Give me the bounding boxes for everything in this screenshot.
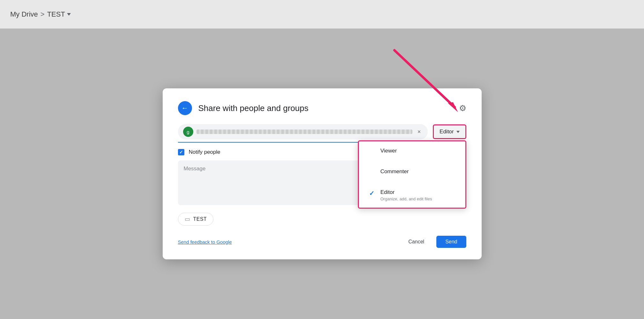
editor-option-label: Editor (381, 189, 455, 196)
dialog-footer: Send feedback to Google Cancel Send (178, 236, 466, 248)
close-icon: × (418, 129, 421, 135)
commenter-label: Commenter (381, 168, 455, 175)
folder-dropdown-chevron-icon[interactable] (67, 13, 71, 16)
remove-user-button[interactable]: × (416, 128, 423, 135)
dialog-header: ← Share with people and groups ⚙ (178, 101, 466, 115)
share-dialog: ← Share with people and groups ⚙ g × Edi… (163, 88, 482, 259)
editor-option[interactable]: ✓ Editor Organize, add, and edit files (359, 183, 465, 208)
editor-text: Editor Organize, add, and edit files (381, 189, 455, 201)
current-folder-label: TEST (47, 10, 65, 19)
share-input-row: g × Editor ✓ Viewer (178, 124, 466, 143)
my-drive-link[interactable]: My Drive (10, 10, 38, 19)
viewer-option[interactable]: ✓ Viewer (359, 141, 465, 162)
notify-checkbox[interactable]: ✓ (178, 149, 184, 155)
folder-name-label: TEST (193, 216, 207, 222)
role-dropdown-menu: ✓ Viewer ✓ Commenter ✓ Ed (358, 140, 466, 209)
send-button[interactable]: Send (436, 236, 466, 248)
editor-option-desc: Organize, add, and edit files (381, 197, 455, 201)
feedback-link[interactable]: Send feedback to Google (178, 239, 232, 245)
editor-check-icon: ✓ (369, 189, 375, 197)
email-input-area[interactable]: g × (178, 124, 428, 139)
cancel-button[interactable]: Cancel (401, 236, 431, 248)
editor-dropdown-button[interactable]: Editor (433, 124, 466, 139)
page-content: ← Share with people and groups ⚙ g × Edi… (0, 29, 644, 319)
dialog-header-left: ← Share with people and groups (178, 101, 308, 115)
commenter-option[interactable]: ✓ Commenter (359, 162, 465, 183)
editor-button-label: Editor (440, 129, 454, 135)
svg-line-0 (394, 50, 455, 108)
notify-label: Notify people (189, 149, 220, 155)
editor-dropdown-container: Editor ✓ Viewer ✓ Commenter (433, 124, 466, 139)
commenter-text: Commenter (381, 168, 455, 175)
back-button[interactable]: ← (178, 101, 192, 115)
folder-tag: ▭ TEST (178, 213, 214, 226)
message-placeholder: Message (184, 166, 206, 172)
viewer-label: Viewer (381, 148, 455, 154)
email-blur (196, 130, 413, 134)
folder-icon: ▭ (185, 216, 190, 223)
back-arrow-icon: ← (181, 105, 189, 112)
dropdown-chevron-icon (456, 131, 460, 133)
breadcrumb: My Drive > TEST (10, 10, 71, 19)
user-avatar: g (183, 127, 193, 137)
checkbox-check-icon: ✓ (179, 150, 183, 154)
breadcrumb-current: TEST (47, 10, 71, 19)
footer-buttons: Cancel Send (401, 236, 466, 248)
top-bar: My Drive > TEST (0, 0, 644, 29)
viewer-text: Viewer (381, 148, 455, 154)
dialog-title: Share with people and groups (198, 103, 308, 113)
settings-icon[interactable]: ⚙ (459, 103, 466, 113)
avatar-initial: g (187, 129, 189, 135)
breadcrumb-separator: > (41, 10, 45, 19)
